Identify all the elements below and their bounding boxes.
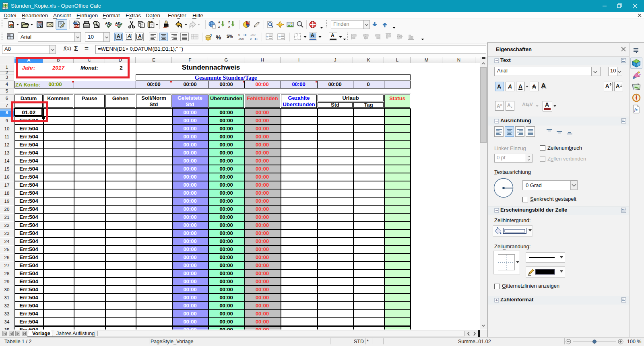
svg-text:.000: .000 [250,33,256,36]
svg-text:N: N [636,94,637,97]
svg-text:fx: fx [634,107,638,112]
svg-text:0: 0 [238,33,240,36]
svg-text:Z: Z [218,25,220,28]
svg-text:.000: .000 [238,37,244,40]
svg-text:PDF: PDF [74,25,79,28]
svg-text:A: A [228,25,230,28]
svg-text:J: J [210,33,212,37]
svg-text:0: 0 [250,37,252,40]
svg-text:A: A [218,21,220,24]
svg-text:Z: Z [228,21,230,24]
